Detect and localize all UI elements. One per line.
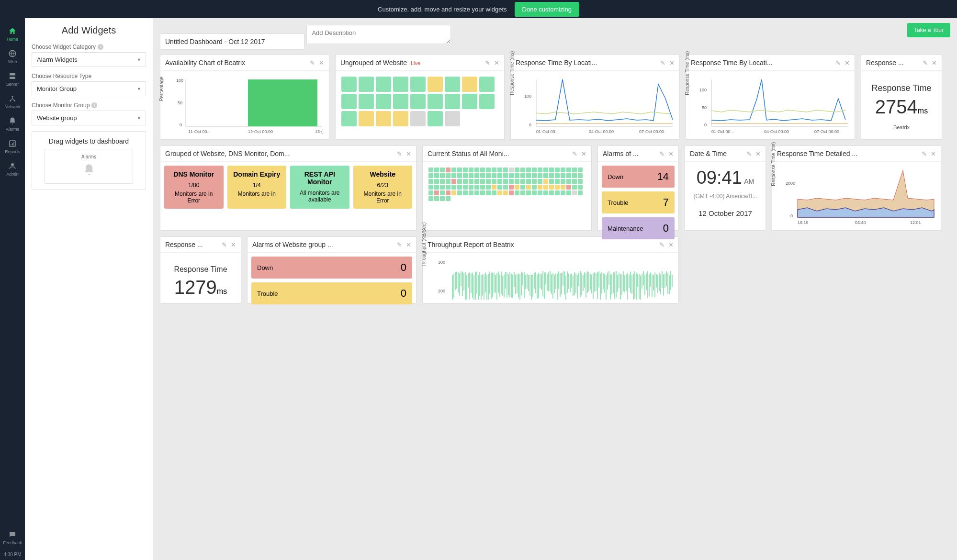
status-tile[interactable] [515,173,519,178]
dashboard-title-input[interactable] [160,34,304,50]
monitor-group-select[interactable]: Website group [32,111,146,125]
widget-response-time-location-1[interactable]: Response Time By Locati... ✎✕ Response T… [510,55,680,140]
status-tile[interactable] [428,190,433,195]
status-tile[interactable] [410,94,426,109]
status-tile[interactable] [445,111,460,126]
status-tile[interactable] [393,94,408,109]
status-tile[interactable] [515,185,519,190]
status-tile[interactable] [474,185,479,190]
status-tile[interactable] [446,196,450,201]
widget-current-status[interactable]: Current Status of All Moni... ✎✕ [422,146,592,231]
status-tile[interactable] [341,111,357,126]
status-tile[interactable] [503,168,508,172]
status-tile[interactable] [480,190,485,195]
status-tile[interactable] [520,190,525,195]
status-tile[interactable] [555,173,560,178]
alarm-row[interactable]: Maintenance0 [602,217,675,239]
edit-icon[interactable]: ✎ [922,150,927,157]
status-tile[interactable] [526,179,531,184]
status-tile[interactable] [393,77,408,92]
status-tile[interactable] [440,173,445,178]
nav-reports[interactable]: Reports [0,135,25,158]
status-tile[interactable] [474,190,479,195]
status-tile[interactable] [532,173,537,178]
status-tile[interactable] [428,179,433,184]
alarm-row[interactable]: Trouble7 [602,191,675,213]
monitor-group-card[interactable]: Website6/23Monitors are in Error [353,166,413,209]
status-tile[interactable] [341,94,357,109]
status-tile[interactable] [509,168,514,172]
status-tile[interactable] [451,173,456,178]
status-tile[interactable] [555,179,560,184]
status-tile[interactable] [486,168,491,172]
widget-grouped-monitors[interactable]: Grouped of Website, DNS Monitor, Dom... … [160,146,417,231]
close-icon[interactable]: ✕ [668,150,674,157]
monitor-group-card[interactable]: Domain Expiry1/4Monitors are in [227,166,287,209]
status-tile[interactable] [428,111,443,126]
edit-icon[interactable]: ✎ [310,59,315,67]
status-tile[interactable] [549,190,554,195]
status-tile[interactable] [486,179,491,184]
close-icon[interactable]: ✕ [669,59,675,67]
status-tile[interactable] [457,179,462,184]
status-tile[interactable] [509,173,514,178]
widget-response-time-2[interactable]: Response ... ✎✕ Response Time 1279ms [160,236,241,303]
status-tile[interactable] [538,173,542,178]
status-tile[interactable] [451,179,456,184]
status-tile[interactable] [359,94,374,109]
status-tile[interactable] [376,77,391,92]
edit-icon[interactable]: ✎ [746,150,752,157]
status-tile[interactable] [463,179,468,184]
status-tile[interactable] [503,190,508,195]
status-tile[interactable] [446,185,450,190]
status-tile[interactable] [578,190,583,195]
nav-web[interactable]: Web [0,45,25,68]
status-tile[interactable] [492,190,496,195]
status-tile[interactable] [486,173,491,178]
status-tile[interactable] [428,185,433,190]
status-tile[interactable] [520,173,525,178]
nav-network[interactable]: Network [0,90,25,113]
widget-category-select[interactable]: Alarm Widgets [32,52,146,67]
status-tile[interactable] [538,179,542,184]
edit-icon[interactable]: ✎ [397,150,402,157]
status-tile[interactable] [561,168,565,172]
status-tile[interactable] [572,173,577,178]
status-tile[interactable] [492,185,496,190]
status-tile[interactable] [566,179,571,184]
close-icon[interactable]: ✕ [581,150,586,157]
status-tile[interactable] [446,168,450,172]
status-tile[interactable] [393,111,408,126]
edit-icon[interactable]: ✎ [660,59,665,67]
status-tile[interactable] [515,168,519,172]
status-tile[interactable] [497,190,502,195]
close-icon[interactable]: ✕ [231,241,236,248]
edit-icon[interactable]: ✎ [485,59,490,67]
widget-alarms-2[interactable]: Alarms of Website group ... ✎✕ Down0Trou… [247,236,417,303]
status-tile[interactable] [457,168,462,172]
done-customizing-button[interactable]: Done customizing [515,2,579,17]
status-tile[interactable] [428,77,443,92]
status-tile[interactable] [445,94,460,109]
status-tile[interactable] [446,179,450,184]
status-tile[interactable] [463,173,468,178]
status-tile[interactable] [376,94,391,109]
status-tile[interactable] [428,173,433,178]
widget-response-time-detailed[interactable]: Response Time Detailed ... ✎✕ Response T… [772,146,941,231]
status-tile[interactable] [480,185,485,190]
status-tile[interactable] [526,190,531,195]
status-tile[interactable] [445,77,460,92]
status-tile[interactable] [428,168,433,172]
status-tile[interactable] [446,173,450,178]
info-icon[interactable]: i [91,102,97,108]
status-tile[interactable] [451,190,456,195]
status-tile[interactable] [549,179,554,184]
status-tile[interactable] [566,173,571,178]
status-tile[interactable] [440,179,445,184]
status-tile[interactable] [480,179,485,184]
status-tile[interactable] [434,173,439,178]
edit-icon[interactable]: ✎ [397,241,402,248]
status-tile[interactable] [462,94,477,109]
status-tile[interactable] [555,168,560,172]
status-tile[interactable] [446,190,450,195]
